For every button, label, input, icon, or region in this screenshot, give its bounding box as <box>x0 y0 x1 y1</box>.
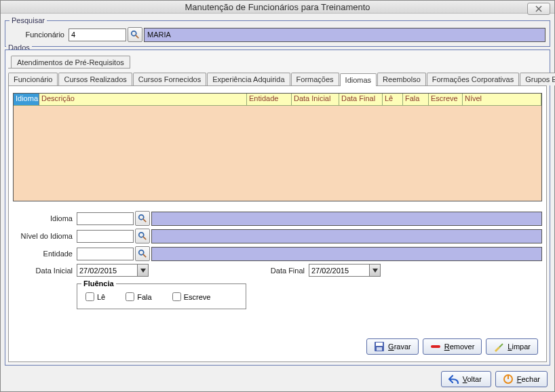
nivel-label: Nível do Idioma <box>13 232 75 240</box>
svg-rect-10 <box>377 347 382 351</box>
escreve-checkbox-wrap[interactable]: Escreve <box>172 292 211 301</box>
col-escreve[interactable]: Escreve <box>429 94 463 106</box>
funcionario-lookup-button[interactable] <box>128 27 142 42</box>
fechar-label: echar <box>521 375 540 383</box>
grid-body[interactable] <box>14 106 541 201</box>
minus-icon <box>430 343 441 350</box>
data-inicial-dropdown[interactable] <box>138 264 149 277</box>
tab-funcionario[interactable]: Funcionário <box>8 73 58 85</box>
magnifier-icon <box>130 30 140 39</box>
entidade-input[interactable] <box>77 248 134 260</box>
app-window: Manutenção de Funcionários para Treiname… <box>0 0 555 392</box>
le-label: Lê <box>97 293 105 301</box>
data-final-input[interactable] <box>309 264 370 277</box>
col-entidade[interactable]: Entidade <box>247 94 292 106</box>
magnifier-icon <box>138 214 147 223</box>
limpar-button[interactable]: Limpar <box>486 338 538 355</box>
funcionario-label: Funcionário <box>9 31 67 39</box>
magnifier-icon <box>138 231 147 241</box>
svg-point-0 <box>132 31 136 36</box>
nivel-lookup-button[interactable] <box>135 229 150 243</box>
magnifier-icon <box>138 249 147 258</box>
fala-checkbox[interactable] <box>126 292 134 301</box>
svg-rect-11 <box>431 345 440 348</box>
voltar-label: oltar <box>467 375 481 383</box>
fala-checkbox-wrap[interactable]: Fala <box>126 292 151 301</box>
col-descricao[interactable]: Descrição <box>39 94 247 106</box>
tab-content: Idioma Descrição Entidade Data Inicial D… <box>8 86 547 362</box>
entidade-label: Entidade <box>13 250 75 258</box>
close-button[interactable] <box>527 3 550 15</box>
data-final-label: Data Final <box>260 267 307 275</box>
window-title: Manutenção de Funcionários para Treiname… <box>185 2 370 12</box>
save-icon <box>374 341 385 352</box>
broom-icon <box>493 341 504 352</box>
main-tabs: Funcionário Cursos Realizados Cursos For… <box>5 68 550 85</box>
close-icon <box>535 5 542 12</box>
voltar-button[interactable]: Voltar <box>441 371 491 387</box>
idioma-desc <box>151 212 542 226</box>
tab-prereq[interactable]: Atendimentos de Pré-Requisitos <box>11 56 130 68</box>
tab-formacoes-corp[interactable]: Formações Corporativas <box>427 73 519 85</box>
svg-line-3 <box>143 219 146 222</box>
fala-label: Fala <box>137 293 151 301</box>
upper-tabs: Atendimentos de Pré-Requisitos <box>5 50 550 68</box>
entidade-lookup-button[interactable] <box>135 246 150 261</box>
svg-line-7 <box>143 254 146 257</box>
chevron-down-icon <box>140 269 146 273</box>
le-checkbox[interactable] <box>85 292 94 301</box>
form-section: Idioma Nível do Idioma Entidade <box>13 211 542 312</box>
inner-button-bar: Gravar Remover Limpar <box>13 328 542 357</box>
svg-point-4 <box>139 233 144 237</box>
search-fieldset: Pesquisar Funcionário MARIA <box>5 16 550 47</box>
entidade-desc <box>151 247 542 261</box>
col-le[interactable]: Lê <box>383 94 403 106</box>
data-final-dropdown[interactable] <box>370 264 381 277</box>
tab-grupos[interactable]: Grupos Especiais <box>520 73 555 85</box>
titlebar: Manutenção de Funcionários para Treiname… <box>1 1 554 14</box>
limpar-label: impar <box>512 342 531 351</box>
gravar-label: ravar <box>394 342 411 351</box>
nivel-desc <box>151 229 542 243</box>
data-inicial-input[interactable] <box>77 264 138 277</box>
idioma-lookup-button[interactable] <box>135 211 150 226</box>
tab-formacoes[interactable]: Formações <box>291 73 339 85</box>
tab-idiomas[interactable]: Idiomas <box>340 73 377 86</box>
idioma-label: Idioma <box>13 214 75 222</box>
grid-header-row: Idioma Descrição Entidade Data Inicial D… <box>14 94 541 106</box>
svg-line-5 <box>143 237 146 239</box>
chevron-down-icon <box>372 269 378 273</box>
fluencia-legend: Fluência <box>81 279 116 288</box>
svg-line-1 <box>136 35 138 38</box>
tab-cursos-fornecidos[interactable]: Cursos Fornecidos <box>133 73 206 85</box>
tab-experiencia[interactable]: Experiência Adquirida <box>207 73 290 85</box>
svg-line-12 <box>499 344 503 347</box>
tab-reembolso[interactable]: Reembolso <box>377 73 426 85</box>
back-icon <box>448 374 459 384</box>
idioma-input[interactable] <box>77 212 134 225</box>
fechar-button[interactable]: Fechar <box>495 371 548 387</box>
footer-button-bar: Voltar Fechar <box>1 368 554 391</box>
nivel-input[interactable] <box>77 230 134 243</box>
search-legend: Pesquisar <box>9 16 47 24</box>
fluencia-fieldset: Fluência Lê Fala Escreve <box>77 279 246 309</box>
gravar-button[interactable]: Gravar <box>366 338 419 355</box>
data-inicial-label: Data Inicial <box>13 267 75 275</box>
funcionario-input[interactable] <box>69 28 126 41</box>
col-idioma[interactable]: Idioma <box>14 94 39 106</box>
col-nivel[interactable]: Nível <box>463 94 541 106</box>
col-data-inicial[interactable]: Data Inicial <box>292 94 339 106</box>
dados-panel: Atendimentos de Pré-Requisitos Funcionár… <box>5 50 550 366</box>
remover-button[interactable]: Remover <box>423 338 482 355</box>
le-checkbox-wrap[interactable]: Lê <box>85 292 105 301</box>
tab-cursos-realizados[interactable]: Cursos Realizados <box>58 73 132 85</box>
idiomas-grid[interactable]: Idioma Descrição Entidade Data Inicial D… <box>13 93 542 201</box>
svg-rect-9 <box>376 342 383 346</box>
escreve-label: Escreve <box>184 293 211 301</box>
escreve-checkbox[interactable] <box>172 292 181 301</box>
col-fala[interactable]: Fala <box>403 94 429 106</box>
col-data-final[interactable]: Data Final <box>339 94 383 106</box>
svg-point-2 <box>139 215 144 220</box>
funcionario-name-display: MARIA <box>144 28 546 42</box>
svg-point-6 <box>139 250 144 255</box>
